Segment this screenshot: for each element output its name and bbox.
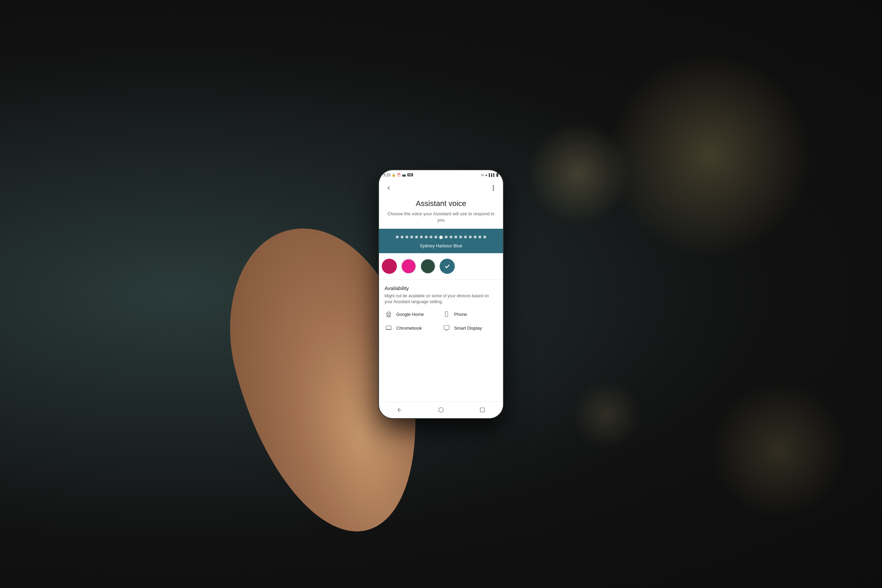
wave-dot-18 [478, 236, 481, 238]
wave-dot-6 [420, 236, 423, 238]
status-right: N ▲ ▌▌▌ ▊ [481, 173, 499, 177]
wave-dot-15 [464, 236, 467, 238]
wave-dot-9 [435, 236, 437, 238]
dot-2 [493, 188, 494, 189]
google-home-icon [384, 310, 393, 318]
screenshot-icon: 📷 [402, 173, 406, 177]
phone-scene: 3:23 🔒 ⏰ 📷 HD N ▲ ▌▌▌ ▊ [269, 87, 613, 501]
svg-rect-10 [480, 408, 484, 412]
wave-dot-10 [439, 236, 443, 239]
device-grid: Google Home Phone [384, 310, 498, 332]
device-item-smart-display: Smart Display [442, 324, 498, 332]
availability-title: Availability [384, 285, 498, 291]
phone-label: Phone [454, 312, 467, 317]
wave-dot-7 [425, 236, 428, 238]
smart-display-label: Smart Display [454, 326, 482, 331]
wifi-icon: ▲ [485, 173, 488, 177]
nfc-icon: N [481, 173, 484, 177]
wave-dot-2 [401, 236, 404, 238]
wave-dot-8 [430, 236, 432, 238]
wave-dot-1 [396, 236, 399, 238]
bokeh-blur-1 [527, 122, 630, 225]
battery-icon: ▊ [496, 173, 499, 177]
svg-rect-6 [444, 326, 449, 330]
smart-display-icon [442, 324, 451, 332]
availability-description: Might not be available on some of your d… [384, 293, 498, 305]
device-item-google-home: Google Home [384, 310, 440, 318]
screen: Assistant voice Choose the voice your As… [379, 180, 503, 418]
voice-name-label: Sydney Harbour Blue [420, 243, 462, 248]
phone-icon [442, 310, 451, 318]
back-button[interactable] [384, 184, 393, 192]
wave-dot-16 [469, 236, 472, 238]
wave-dot-17 [474, 236, 477, 238]
color-teal-selected[interactable] [440, 259, 455, 274]
wave-dot-19 [483, 236, 486, 238]
lock-icon: 🔒 [392, 173, 396, 177]
chromebook-label: Chromebook [396, 326, 422, 331]
wave-dot-14 [459, 236, 462, 238]
more-options-button[interactable] [489, 184, 498, 192]
title-section: Assistant voice Choose the voice your As… [379, 196, 503, 229]
svg-rect-4 [386, 326, 392, 329]
time-display: 3:23 [383, 173, 390, 177]
chromebook-icon [384, 324, 393, 332]
color-purple[interactable] [382, 259, 397, 274]
device-item-phone: Phone [442, 310, 498, 318]
system-back-button[interactable] [393, 403, 406, 417]
page-title: Assistant voice [387, 199, 495, 208]
signal-bars: ▌▌▌ [489, 173, 495, 177]
bokeh-blur-2 [572, 380, 641, 449]
svg-rect-1 [388, 315, 390, 317]
system-home-button[interactable] [434, 403, 448, 417]
svg-point-9 [439, 408, 443, 412]
dot-1 [493, 185, 494, 187]
device-item-chromebook: Chromebook [384, 324, 440, 332]
waveform-dots [396, 236, 486, 239]
color-pink[interactable] [401, 259, 416, 274]
wave-dot-13 [454, 236, 457, 238]
volte-badge: HD [407, 173, 413, 176]
status-bar: 3:23 🔒 ⏰ 📷 HD N ▲ ▌▌▌ ▊ [379, 170, 503, 180]
page-subtitle: Choose the voice your Assistant will use… [387, 211, 495, 223]
alarm-icon: ⏰ [397, 173, 401, 177]
google-home-label: Google Home [396, 312, 424, 317]
wave-dot-12 [450, 236, 452, 238]
nav-bar [379, 180, 503, 196]
bottom-nav [379, 402, 503, 418]
wave-dot-5 [415, 236, 418, 238]
svg-rect-2 [445, 312, 448, 317]
system-recents-button[interactable] [476, 403, 489, 417]
color-dark-green[interactable] [420, 259, 435, 274]
wave-dot-4 [410, 236, 413, 238]
wave-dot-3 [405, 236, 408, 238]
availability-section: Availability Might not be available on s… [379, 280, 503, 402]
dot-3 [493, 189, 494, 191]
wave-dot-11 [445, 236, 447, 238]
phone-shell: 3:23 🔒 ⏰ 📷 HD N ▲ ▌▌▌ ▊ [379, 170, 503, 418]
color-picker [379, 253, 503, 280]
waveform-area: Sydney Harbour Blue [379, 229, 503, 253]
status-left: 3:23 🔒 ⏰ 📷 HD [383, 173, 413, 177]
